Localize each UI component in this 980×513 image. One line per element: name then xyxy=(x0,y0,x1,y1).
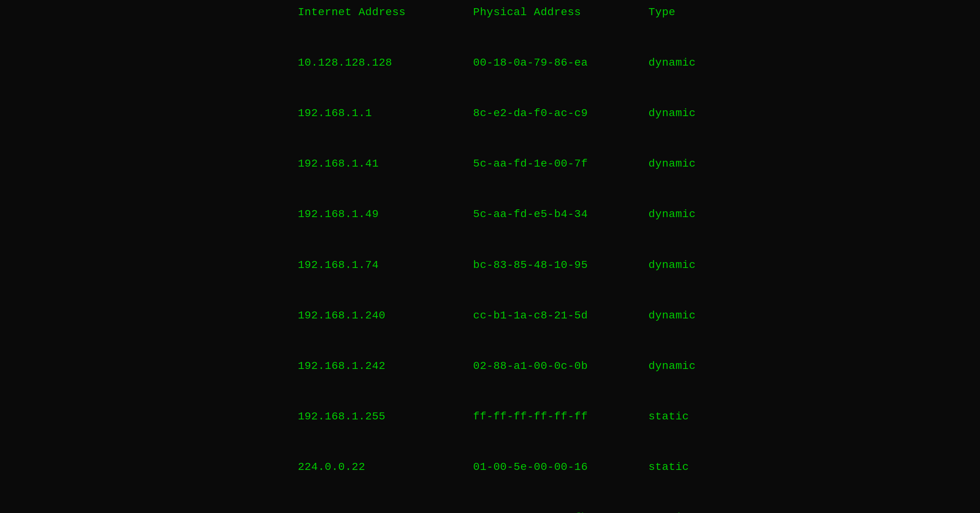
row-6: 192.168.1.240 cc-b1-1a-c8-21-5d dynamic xyxy=(284,307,696,324)
row-1: 10.128.128.128 00-18-0a-79-86-ea dynamic xyxy=(284,54,696,71)
row-4: 192.168.1.49 5c-aa-fd-e5-b4-34 dynamic xyxy=(284,206,696,223)
row-9: 224.0.0.22 01-00-5e-00-00-16 static xyxy=(284,459,696,475)
terminal-window: C:\>arp -a Interface: 192.168.1.75 --- 0… xyxy=(269,0,711,513)
header-line: Internet Address Physical Address Type xyxy=(284,4,696,21)
row-2: 192.168.1.1 8c-e2-da-f0-ac-c9 dynamic xyxy=(284,105,696,122)
row-8: 192.168.1.255 ff-ff-ff-ff-ff-ff static xyxy=(284,408,696,425)
row-7: 192.168.1.242 02-88-a1-00-0c-0b dynamic xyxy=(284,358,696,374)
row-10: 224.0.0.251 01-00-5e-00-00-fb static xyxy=(284,509,696,513)
row-3: 192.168.1.41 5c-aa-fd-1e-00-7f dynamic xyxy=(284,155,696,172)
row-5: 192.168.1.74 bc-83-85-48-10-95 dynamic xyxy=(284,257,696,273)
